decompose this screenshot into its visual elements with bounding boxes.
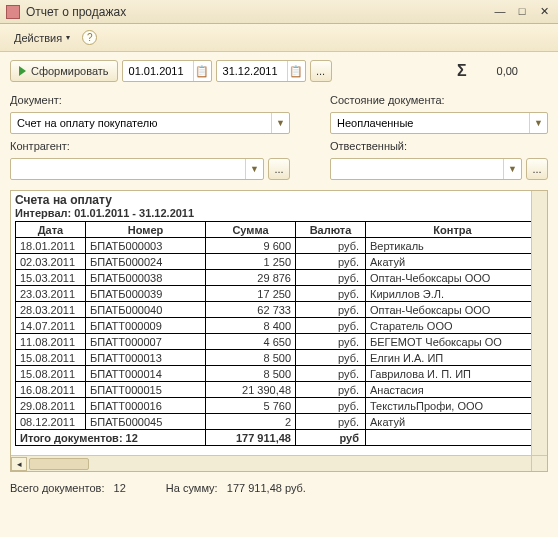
chevron-down-icon[interactable]: ▼	[503, 159, 521, 179]
table-row[interactable]: 14.07.2011БПАТТ0000098 400руб.Старатель …	[16, 318, 540, 334]
sigma-icon: Σ	[457, 62, 467, 80]
scroll-left-icon[interactable]: ◂	[11, 457, 27, 471]
form-button[interactable]: Сформировать	[10, 60, 118, 82]
table-row[interactable]: 08.12.2011БПАТБ0000452руб.Акатуй	[16, 414, 540, 430]
cell-currency: руб.	[296, 334, 366, 350]
contractor-input[interactable]	[11, 159, 245, 179]
cell-currency: руб.	[296, 350, 366, 366]
responsible-select[interactable]: ▼	[330, 158, 522, 180]
date-to-input[interactable]	[217, 61, 287, 81]
cell-number: БПАТБ000039	[86, 286, 206, 302]
status-bar: Всего документов: 12 На сумму: 177 911,4…	[0, 478, 558, 502]
report-interval: Интервал: 01.01.2011 - 31.12.2011	[15, 207, 543, 219]
table-row[interactable]: 18.01.2011БПАТБ0000039 600руб.Вертикаль	[16, 238, 540, 254]
cell-currency: руб.	[296, 286, 366, 302]
cell-date: 15.03.2011	[16, 270, 86, 286]
status-sum-value: 177 911,48 руб.	[227, 482, 306, 494]
chevron-down-icon[interactable]: ▼	[245, 159, 263, 179]
col-currency: Валюта	[296, 222, 366, 238]
cell-date: 15.08.2011	[16, 350, 86, 366]
table-row[interactable]: 29.08.2011БПАТТ0000165 760руб.ТекстильПр…	[16, 398, 540, 414]
state-select[interactable]: ▼	[330, 112, 548, 134]
table-row[interactable]: 23.03.2011БПАТБ00003917 250руб.Кириллов …	[16, 286, 540, 302]
chevron-down-icon[interactable]: ▼	[271, 113, 289, 133]
total-sum: 177 911,48	[206, 430, 296, 446]
horizontal-scrollbar[interactable]: ◂	[11, 455, 531, 471]
table-row[interactable]: 28.03.2011БПАТБ00004062 733руб.Оптан-Чеб…	[16, 302, 540, 318]
cell-number: БПАТБ000024	[86, 254, 206, 270]
contractor-select[interactable]: ▼	[10, 158, 264, 180]
cell-date: 29.08.2011	[16, 398, 86, 414]
date-from-input[interactable]	[123, 61, 193, 81]
play-icon	[19, 66, 26, 76]
scroll-thumb[interactable]	[29, 458, 89, 470]
cell-sum: 1 250	[206, 254, 296, 270]
window-title: Отчет о продажах	[26, 5, 492, 19]
cell-contractor: Оптан-Чебоксары ООО	[366, 302, 540, 318]
document-label: Документ:	[10, 92, 290, 108]
actions-menu[interactable]: Действия ▾	[8, 31, 76, 45]
date-from-field[interactable]: 📋	[122, 60, 212, 82]
cell-number: БПАТБ000038	[86, 270, 206, 286]
table-row[interactable]: 15.08.2011БПАТТ0000138 500руб.Елгин И.А.…	[16, 350, 540, 366]
responsible-picker-button[interactable]: ...	[526, 158, 548, 180]
cell-currency: руб.	[296, 398, 366, 414]
cell-date: 28.03.2011	[16, 302, 86, 318]
document-select[interactable]: ▼	[10, 112, 290, 134]
cell-date: 08.12.2011	[16, 414, 86, 430]
total-label: Итого документов: 12	[16, 430, 206, 446]
cell-sum: 62 733	[206, 302, 296, 318]
calendar-icon[interactable]: 📋	[193, 61, 211, 81]
cell-date: 02.03.2011	[16, 254, 86, 270]
cell-sum: 29 876	[206, 270, 296, 286]
report-table: Дата Номер Сумма Валюта Контра 18.01.201…	[15, 221, 540, 446]
sum-display: 0,00	[497, 65, 518, 77]
state-label: Состояние документа:	[330, 92, 548, 108]
minimize-button[interactable]: —	[492, 5, 508, 19]
cell-number: БПАТБ000040	[86, 302, 206, 318]
cell-contractor: Гаврилова И. П. ИП	[366, 366, 540, 382]
col-number: Номер	[86, 222, 206, 238]
cell-contractor: ТекстильПрофи, ООО	[366, 398, 540, 414]
status-docs-value: 12	[114, 482, 126, 494]
cell-date: 15.08.2011	[16, 366, 86, 382]
cell-contractor: Анастасия	[366, 382, 540, 398]
state-input[interactable]	[331, 113, 529, 133]
actions-toolbar: Действия ▾ ?	[0, 24, 558, 52]
document-input[interactable]	[11, 113, 271, 133]
cell-number: БПАТТ000013	[86, 350, 206, 366]
maximize-button[interactable]: □	[514, 5, 530, 19]
cell-number: БПАТТ000016	[86, 398, 206, 414]
actions-label: Действия	[14, 32, 62, 44]
close-button[interactable]: ✕	[536, 5, 552, 19]
cell-contractor: БЕГЕМОТ Чебоксары ОО	[366, 334, 540, 350]
vertical-scrollbar[interactable]	[531, 191, 547, 455]
table-row[interactable]: 15.03.2011БПАТБ00003829 876руб.Оптан-Чеб…	[16, 270, 540, 286]
responsible-label: Отвественный:	[330, 138, 548, 154]
cell-sum: 8 400	[206, 318, 296, 334]
cell-currency: руб.	[296, 382, 366, 398]
cell-number: БПАТТ000014	[86, 366, 206, 382]
titlebar: Отчет о продажах — □ ✕	[0, 0, 558, 24]
chevron-down-icon: ▾	[66, 33, 70, 42]
cell-currency: руб.	[296, 254, 366, 270]
table-row[interactable]: 16.08.2011БПАТТ00001521 390,48руб.Анаста…	[16, 382, 540, 398]
table-row[interactable]: 15.08.2011БПАТТ0000148 500руб.Гаврилова …	[16, 366, 540, 382]
report-title: Счета на оплату	[15, 193, 543, 207]
col-sum: Сумма	[206, 222, 296, 238]
cell-currency: руб.	[296, 366, 366, 382]
cell-currency: руб.	[296, 270, 366, 286]
responsible-input[interactable]	[331, 159, 503, 179]
table-row[interactable]: 02.03.2011БПАТБ0000241 250руб.Акатуй	[16, 254, 540, 270]
contractor-picker-button[interactable]: ...	[268, 158, 290, 180]
cell-number: БПАТТ000009	[86, 318, 206, 334]
cell-date: 11.08.2011	[16, 334, 86, 350]
cell-date: 23.03.2011	[16, 286, 86, 302]
calendar-icon[interactable]: 📋	[287, 61, 305, 81]
period-picker-button[interactable]: ...	[310, 60, 332, 82]
table-row[interactable]: 11.08.2011БПАТТ0000074 650руб.БЕГЕМОТ Че…	[16, 334, 540, 350]
cell-date: 14.07.2011	[16, 318, 86, 334]
chevron-down-icon[interactable]: ▼	[529, 113, 547, 133]
help-button[interactable]: ?	[82, 30, 97, 45]
date-to-field[interactable]: 📋	[216, 60, 306, 82]
